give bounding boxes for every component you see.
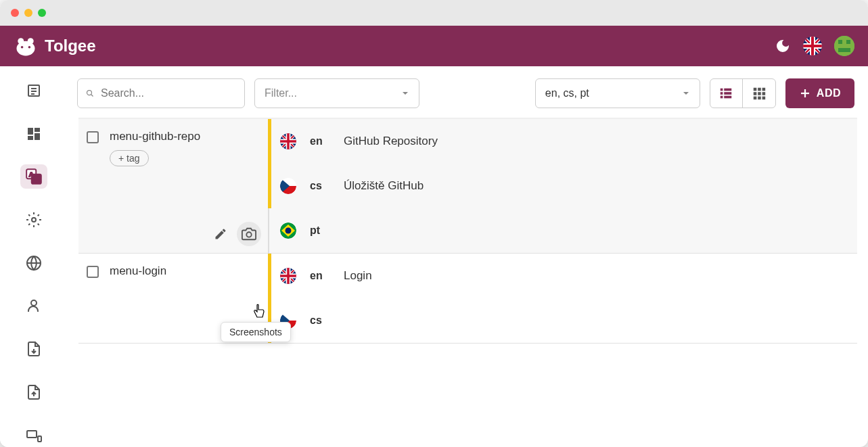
sidebar-item-members[interactable] [20,293,47,318]
window-minimize-icon[interactable] [24,9,32,17]
svg-rect-37 [754,88,757,91]
filter-label: Filter... [265,87,297,99]
translation-row[interactable]: pt [269,208,857,253]
translation-text: Login [344,269,372,283]
svg-rect-28 [38,436,41,442]
svg-rect-32 [725,89,732,91]
tolgee-logo-icon [14,34,38,58]
svg-point-3 [21,46,24,49]
sidebar: A文 [0,66,68,447]
brand-name: Tolgee [45,37,96,55]
lang-code: en [310,135,330,147]
translations-list: en Login cs [268,254,857,343]
sidebar-item-export[interactable] [20,380,47,404]
flag-cz-icon [280,178,296,194]
lang-code: cs [310,314,330,327]
list-view-button[interactable] [710,79,743,108]
svg-rect-41 [758,92,761,95]
svg-point-56 [285,228,292,234]
camera-icon [242,227,256,241]
svg-rect-7 [834,36,854,56]
translations-list: en GitHub Repository cs Úložiště GitHub … [268,119,857,253]
flag-uk-icon [280,268,296,284]
toolbar: Filter... en, cs, pt [68,66,868,118]
window-titlebar [0,0,868,26]
svg-rect-8 [838,40,842,44]
svg-rect-27 [27,431,37,438]
add-button[interactable]: ADD [785,78,854,108]
flag-br-icon [280,222,296,239]
sidebar-item-settings[interactable] [20,208,47,232]
key-name[interactable]: menu-github-repo [110,130,200,143]
svg-rect-31 [721,89,723,91]
search-input[interactable] [101,87,236,99]
language-select-value: en, cs, pt [545,87,589,99]
key-cell: menu-github-repo + tag [78,119,268,253]
brand[interactable]: Tolgee [14,34,96,58]
svg-rect-15 [28,128,33,135]
sidebar-item-integrations[interactable] [20,423,47,447]
svg-rect-45 [762,97,765,100]
key-name[interactable]: menu-login [110,264,166,278]
svg-rect-42 [762,92,765,95]
svg-rect-34 [725,92,732,95]
row-checkbox[interactable] [87,131,99,143]
svg-rect-43 [754,97,757,100]
svg-point-26 [31,300,37,306]
sidebar-item-translations[interactable]: A文 [20,164,47,189]
screenshots-button[interactable] [237,222,261,246]
search-icon [86,86,94,101]
svg-point-4 [28,46,31,49]
translation-row[interactable]: en Login [269,254,857,298]
window-maximize-icon[interactable] [38,9,46,17]
grid-view-button[interactable] [743,79,775,108]
dark-mode-icon[interactable] [775,38,791,54]
svg-rect-36 [725,96,732,99]
svg-point-29 [87,91,92,95]
pencil-icon [214,227,227,241]
cursor-icon [252,304,265,320]
svg-rect-33 [721,92,723,95]
svg-rect-38 [758,88,761,91]
key-row: menu-login en Login cs [78,254,857,344]
svg-rect-39 [762,88,765,91]
app-window: Tolgee [0,0,868,447]
row-checkbox[interactable] [87,266,99,278]
translation-row[interactable]: en GitHub Repository [269,119,857,164]
sidebar-item-languages[interactable] [20,251,47,275]
user-avatar[interactable] [834,36,854,56]
list-icon [718,86,733,101]
key-row: menu-github-repo + tag [78,119,857,254]
svg-rect-16 [35,128,40,132]
sidebar-item-import[interactable] [20,337,47,361]
sidebar-item-dashboard[interactable] [20,122,47,146]
content-area: A文 [0,66,868,447]
svg-rect-17 [35,133,40,140]
app-header: Tolgee [0,26,868,66]
svg-rect-9 [846,40,850,44]
chevron-down-icon [401,89,409,97]
translation-text: Úložiště GitHub [344,179,424,193]
key-actions [208,222,261,246]
lang-code: pt [310,225,330,237]
translations-table: menu-github-repo + tag [78,118,857,447]
view-toggle-group [710,78,776,108]
filter-dropdown[interactable]: Filter... [254,78,419,108]
svg-line-30 [91,95,93,97]
plus-icon [799,87,811,99]
search-input-wrapper[interactable] [77,78,245,108]
lang-code: cs [310,180,330,192]
svg-rect-40 [754,92,757,95]
edit-button[interactable] [208,222,233,246]
window-close-icon[interactable] [11,9,19,17]
language-select-dropdown[interactable]: en, cs, pt [535,78,700,108]
translation-row[interactable]: cs [269,298,857,343]
sidebar-item-projects[interactable] [20,78,47,103]
header-actions [775,36,854,56]
tooltip: Screenshots [221,322,291,342]
language-flag-icon[interactable] [803,37,822,55]
svg-rect-10 [838,48,850,52]
add-button-label: ADD [817,87,841,99]
translation-row[interactable]: cs Úložiště GitHub [269,164,857,208]
add-tag-button[interactable]: + tag [110,150,149,166]
